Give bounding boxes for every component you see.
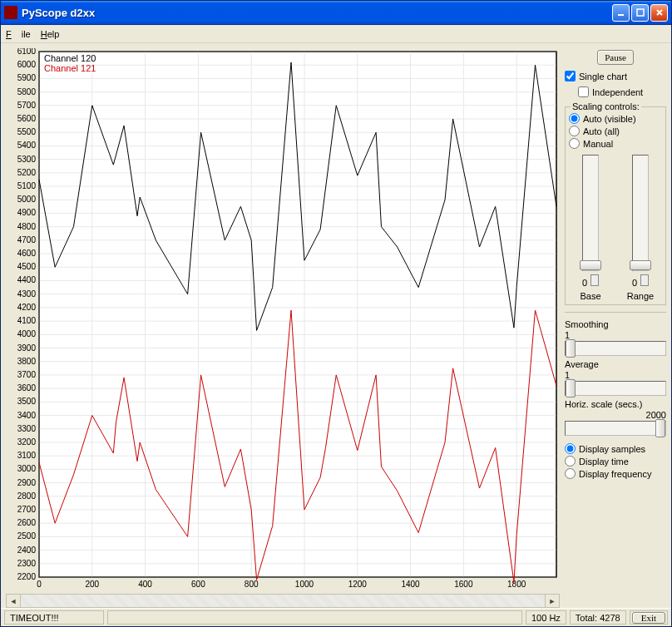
svg-text:4900: 4900 bbox=[17, 208, 37, 217]
menu-help[interactable]: Help bbox=[41, 29, 60, 39]
svg-text:Channel 121: Channel 121 bbox=[44, 63, 96, 73]
svg-text:4500: 4500 bbox=[17, 262, 37, 271]
svg-text:5600: 5600 bbox=[17, 114, 37, 123]
exit-button[interactable]: Exit bbox=[632, 612, 665, 624]
app-window: PyScope d2xx File Help 22002300240025002… bbox=[0, 0, 672, 627]
scroll-left-button[interactable]: ◄ bbox=[7, 595, 21, 607]
status-total: Total: 4278 bbox=[570, 610, 626, 625]
svg-text:5300: 5300 bbox=[17, 155, 37, 164]
horizontal-scrollbar[interactable]: ◄ ► bbox=[6, 594, 560, 608]
svg-rect-1 bbox=[637, 9, 644, 16]
svg-text:3500: 3500 bbox=[17, 397, 37, 406]
single-chart-checkbox[interactable]: Single chart bbox=[565, 70, 666, 82]
svg-text:2300: 2300 bbox=[17, 559, 37, 568]
status-spacer bbox=[107, 610, 522, 625]
svg-text:1600: 1600 bbox=[454, 580, 473, 589]
scroll-track[interactable] bbox=[21, 595, 545, 607]
pause-button[interactable]: Pause bbox=[597, 50, 634, 65]
svg-text:1400: 1400 bbox=[401, 580, 420, 589]
svg-text:400: 400 bbox=[138, 580, 152, 589]
smoothing-control: Smoothing 1 bbox=[565, 319, 666, 356]
svg-rect-4 bbox=[39, 52, 556, 577]
scaling-groupbox: Scaling controls: Auto (visible) Auto (a… bbox=[565, 106, 666, 305]
horiz-scale-value: 2000 bbox=[565, 410, 666, 420]
svg-text:5000: 5000 bbox=[17, 195, 37, 204]
svg-text:3200: 3200 bbox=[17, 437, 37, 447]
app-icon bbox=[4, 6, 17, 19]
status-rate: 100 Hz bbox=[526, 610, 566, 625]
minimize-button[interactable] bbox=[612, 4, 630, 22]
horiz-scale-slider[interactable] bbox=[565, 421, 666, 436]
independent-label: Independent bbox=[592, 87, 643, 97]
chart-box: 2200230024002500260027002800290030003100… bbox=[6, 48, 560, 592]
svg-rect-0 bbox=[618, 14, 624, 16]
svg-text:3600: 3600 bbox=[17, 383, 37, 392]
svg-text:4200: 4200 bbox=[17, 303, 37, 312]
menu-file[interactable]: File bbox=[6, 29, 31, 39]
svg-text:3100: 3100 bbox=[17, 451, 37, 460]
window-title: PyScope d2xx bbox=[22, 7, 610, 19]
svg-text:4300: 4300 bbox=[17, 289, 37, 299]
svg-text:3800: 3800 bbox=[17, 357, 37, 366]
svg-text:4800: 4800 bbox=[17, 222, 37, 231]
svg-text:4600: 4600 bbox=[17, 249, 37, 258]
base-slider[interactable]: 0 Base bbox=[571, 155, 610, 301]
svg-text:3300: 3300 bbox=[17, 424, 37, 433]
maximize-button[interactable] bbox=[631, 4, 649, 22]
display-samples-radio[interactable]: Display samples bbox=[565, 442, 666, 455]
svg-text:0: 0 bbox=[37, 580, 42, 589]
svg-text:2500: 2500 bbox=[17, 531, 37, 541]
svg-text:5900: 5900 bbox=[17, 73, 37, 82]
svg-text:3400: 3400 bbox=[17, 411, 37, 420]
svg-text:5400: 5400 bbox=[17, 141, 37, 150]
svg-text:2600: 2600 bbox=[17, 518, 37, 527]
svg-text:1000: 1000 bbox=[295, 580, 314, 589]
svg-text:6100: 6100 bbox=[17, 48, 37, 56]
average-slider[interactable] bbox=[565, 381, 666, 396]
base-label: Base bbox=[580, 291, 600, 301]
svg-text:3000: 3000 bbox=[17, 464, 37, 473]
range-slider[interactable]: 0 Range bbox=[621, 155, 660, 301]
chart-pane: 2200230024002500260027002800290030003100… bbox=[6, 48, 560, 608]
base-value: 0 bbox=[582, 278, 587, 288]
svg-text:800: 800 bbox=[245, 580, 259, 589]
content-area: 2200230024002500260027002800290030003100… bbox=[1, 43, 671, 608]
svg-text:1800: 1800 bbox=[507, 580, 526, 589]
menubar: File Help bbox=[1, 25, 671, 43]
svg-text:2400: 2400 bbox=[17, 546, 37, 555]
average-label: Average bbox=[565, 359, 666, 369]
close-button[interactable] bbox=[650, 4, 668, 22]
range-value: 0 bbox=[632, 278, 637, 288]
svg-text:4700: 4700 bbox=[17, 235, 37, 244]
scale-manual-radio[interactable]: Manual bbox=[569, 137, 662, 150]
svg-text:200: 200 bbox=[85, 580, 99, 589]
svg-text:6000: 6000 bbox=[17, 60, 37, 69]
svg-text:2900: 2900 bbox=[17, 478, 37, 487]
titlebar[interactable]: PyScope d2xx bbox=[1, 1, 671, 25]
independent-checkbox[interactable]: Independent bbox=[565, 86, 666, 98]
smoothing-label: Smoothing bbox=[565, 319, 666, 329]
svg-text:3900: 3900 bbox=[17, 343, 37, 353]
status-message: TIMEOUT!!! bbox=[4, 610, 104, 625]
smoothing-value: 1 bbox=[565, 330, 666, 340]
svg-text:600: 600 bbox=[191, 580, 205, 589]
svg-text:2800: 2800 bbox=[17, 491, 37, 501]
horiz-scale-label: Horiz. scale (secs.) bbox=[565, 399, 666, 409]
svg-text:5800: 5800 bbox=[17, 87, 37, 96]
average-value: 1 bbox=[565, 370, 666, 380]
scroll-right-button[interactable]: ► bbox=[545, 595, 559, 607]
svg-text:4100: 4100 bbox=[17, 316, 37, 325]
svg-text:5100: 5100 bbox=[17, 181, 37, 190]
display-frequency-radio[interactable]: Display frequency bbox=[565, 467, 666, 480]
display-time-radio[interactable]: Display time bbox=[565, 455, 666, 467]
svg-text:4400: 4400 bbox=[17, 275, 37, 284]
svg-text:5700: 5700 bbox=[17, 101, 37, 110]
smoothing-slider[interactable] bbox=[565, 341, 666, 356]
scale-auto-visible-radio[interactable]: Auto (visible) bbox=[569, 112, 662, 125]
scale-auto-all-radio[interactable]: Auto (all) bbox=[569, 125, 662, 137]
svg-text:5500: 5500 bbox=[17, 127, 37, 136]
scaling-title: Scaling controls: bbox=[571, 101, 641, 111]
average-control: Average 1 bbox=[565, 359, 666, 396]
range-label: Range bbox=[627, 291, 654, 301]
chart-canvas: 2200230024002500260027002800290030003100… bbox=[6, 48, 560, 592]
